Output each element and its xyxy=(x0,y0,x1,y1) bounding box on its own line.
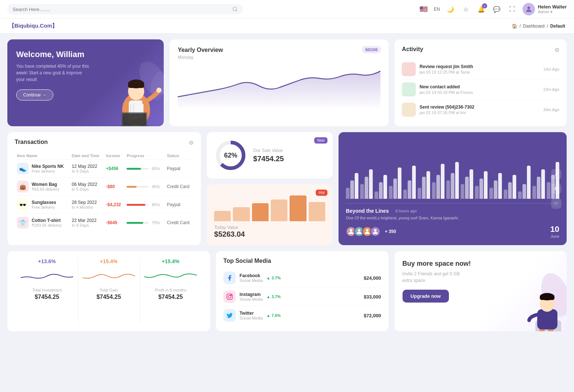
tx-status-cell: Paypal xyxy=(165,196,194,214)
bar-item xyxy=(422,177,426,199)
date-box: 10 June xyxy=(550,225,559,239)
progress-fill xyxy=(127,204,145,206)
bar-item xyxy=(484,171,488,199)
avatar-4 xyxy=(370,226,380,237)
breadcrumb-current: Default xyxy=(550,24,565,29)
bar-group xyxy=(446,162,459,199)
mini-stats-card: +13.6% Total Investment $7454.25 +15.4% … xyxy=(7,251,210,331)
donut-chart: 62% xyxy=(214,139,247,172)
sale-title: Our Sale Value xyxy=(253,148,284,153)
bar-group xyxy=(461,169,473,199)
breadcrumb-sep2: / xyxy=(547,24,548,29)
bar-item xyxy=(541,169,545,199)
mini-stat: +15.4% Profit in 6 months $7454.25 xyxy=(140,258,201,324)
welcome-card: Welcome, William You have completed 40% … xyxy=(7,39,164,126)
star-icon[interactable]: ☆ xyxy=(461,4,471,14)
item-icon: 👕 xyxy=(17,217,29,229)
social-card: Top Social Media Facebook Social Media ▲… xyxy=(216,251,388,331)
bar-item xyxy=(398,167,401,199)
social-list: Facebook Social Media ▲ 3.7% $24,000 Ins… xyxy=(223,269,381,325)
chart-expand-icon[interactable]: ⤢ xyxy=(551,169,561,179)
yearly-card: Yearly Overview Monday 50/100 xyxy=(170,39,389,126)
progress-bar xyxy=(127,168,149,170)
message-icon[interactable]: 💬 xyxy=(492,4,502,14)
progress-fill xyxy=(127,168,141,170)
mini-stat: +13.6% Total Investment $7454.25 xyxy=(16,258,78,324)
social-details: Twitter Social Media xyxy=(240,311,263,320)
bar-item xyxy=(465,177,469,199)
search-bar[interactable] xyxy=(7,4,243,14)
item-icon: 🕶️ xyxy=(17,199,29,211)
theme-toggle[interactable]: 🌙 xyxy=(445,4,456,14)
activity-header: Activity ⚙ xyxy=(402,46,559,54)
bar-group xyxy=(418,171,430,199)
breadcrumb-dashboard[interactable]: Dashboard xyxy=(523,24,545,29)
bar-item xyxy=(418,188,421,199)
lang-switcher[interactable]: 🇺🇸 xyxy=(418,4,429,14)
tx-progress: 45% xyxy=(127,184,162,189)
sale-card: New 62% Our Sale Value $7454.25 xyxy=(207,132,333,179)
user-profile[interactable]: Helen Walter Admin ▾ xyxy=(522,3,567,15)
social-name: Instagram xyxy=(240,292,263,297)
social-amount: $24,000 xyxy=(364,275,381,281)
breadcrumb-home[interactable]: 🏠 xyxy=(512,24,517,29)
mini-pct: +15.4% xyxy=(100,258,118,264)
activity-item-title: Review request jim Smith xyxy=(419,64,539,69)
fullscreen-icon[interactable]: ⛶ xyxy=(507,4,517,14)
upgrade-button[interactable]: Upgrade now xyxy=(403,290,449,303)
bar-group xyxy=(389,167,401,199)
bar-item xyxy=(383,175,387,199)
chart-settings-icon[interactable]: ⚙ xyxy=(551,184,561,194)
svg-point-24 xyxy=(231,295,231,296)
brand-logo[interactable]: 【Biqubiqu.Com】 xyxy=(9,22,57,29)
bar-item xyxy=(461,184,464,199)
bar-item xyxy=(408,180,411,199)
continue-button[interactable]: Continue → xyxy=(16,89,53,100)
hot-bar-5 xyxy=(290,195,306,221)
sale-info: Our Sale Value $7454.25 xyxy=(253,148,284,163)
tx-date: 22 Mar 2022 xyxy=(72,218,102,223)
bar-group xyxy=(518,166,531,199)
social-details: Facebook Social Media xyxy=(240,273,263,283)
mini-value: $7454.25 xyxy=(96,294,121,300)
social-type: Social Media xyxy=(240,316,263,320)
bar-group xyxy=(532,169,545,199)
tx-income-cell: -$4,232 xyxy=(104,196,124,214)
notification-badge: 1 xyxy=(482,3,487,8)
transaction-settings-icon[interactable]: ⚙ xyxy=(189,140,194,146)
tx-status-cell: Credit Card xyxy=(165,214,194,232)
today-chart xyxy=(214,195,325,221)
mini-value: $7454.25 xyxy=(158,294,183,300)
tx-days: In 4 Months xyxy=(72,205,102,209)
breadcrumb: 🏠 / Dashboard / Default xyxy=(512,24,565,29)
sparkline xyxy=(144,269,197,283)
chart-action-icons: ⤢ ⚙ 🛒 xyxy=(551,169,561,209)
beyond-time: 6 hours ago xyxy=(396,209,417,213)
progress-fill xyxy=(127,186,137,188)
new-badge: New xyxy=(314,137,327,144)
today-card: Hot Today Value $5263.04 xyxy=(207,184,333,245)
tx-days: In 8 Days xyxy=(72,223,102,227)
sale-percent: 62% xyxy=(224,152,237,159)
col-income: Income xyxy=(104,152,124,160)
bar-item xyxy=(547,182,550,199)
notification-icon[interactable]: 🔔 1 xyxy=(476,4,486,14)
social-icon xyxy=(223,290,236,303)
activity-item: New contact added jan 02 19 03:10 PM at … xyxy=(402,80,559,100)
tx-progress-cell: 65% xyxy=(124,160,164,178)
social-type: Social Media xyxy=(240,278,263,283)
bar-item xyxy=(513,175,516,199)
item-icon: 👜 xyxy=(17,181,29,193)
activity-settings-icon[interactable]: ⚙ xyxy=(554,47,559,53)
bar-item xyxy=(436,175,440,199)
chart-cart-icon[interactable]: 🛒 xyxy=(551,198,561,209)
bar-chart-area xyxy=(346,143,559,199)
transaction-thead: Item Name Date and Time Income Progress … xyxy=(15,152,194,160)
yearly-sub: Monday xyxy=(178,55,380,60)
sparkline xyxy=(82,269,135,283)
user-name: Helen Walter xyxy=(538,4,567,10)
search-input[interactable] xyxy=(13,7,229,12)
bar-item xyxy=(403,190,407,199)
row2: Transaction ⚙ Item Name Date and Time In… xyxy=(7,132,567,245)
tx-income-cell: -$645 xyxy=(104,214,124,232)
